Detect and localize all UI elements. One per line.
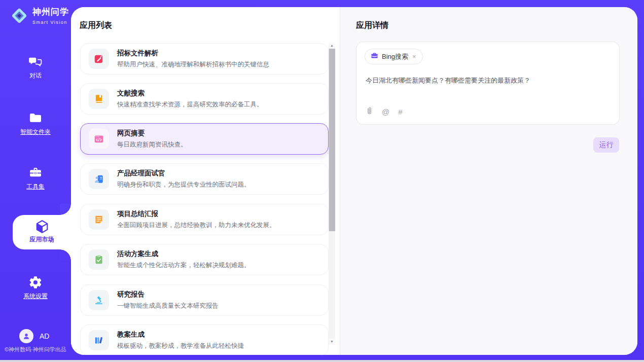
tool-chip-bing-search[interactable]: Bing搜索 × <box>365 49 423 64</box>
list-item-literature-search[interactable]: 文献搜索 快速精准查找学术资源，提高研究效率的必备工具。 <box>80 83 329 115</box>
note-icon <box>89 209 109 230</box>
query-card[interactable]: Bing搜索 × 今日湖北有哪些新闻要点？有哪些需要关注的最新政策？ @ # <box>356 42 620 125</box>
bubble-notch-bottom <box>60 249 71 261</box>
list-item-event-plan[interactable]: 活动方案生成 智能生成个性化活动方案，轻松解决规划难题。 <box>80 244 329 275</box>
browser-code-icon <box>89 129 109 149</box>
main-content: 应用列表 招标文件解析 帮助用户快速、准确地理解和解析招标书中的关键信息 <box>71 7 637 355</box>
brand-subtitle: Smart Vision <box>32 20 67 25</box>
app-desc: 智能生成个性化活动方案，轻松解决规划难题。 <box>117 261 251 270</box>
list-item-bid-parse[interactable]: 招标文件解析 帮助用户快速、准确地理解和解析招标书中的关键信息 <box>80 43 329 75</box>
sidebar-item-toolset[interactable]: 工具集 <box>0 166 71 191</box>
toolbox-icon <box>0 166 71 180</box>
list-item-pm-interviewer[interactable]: 产品经理面试官 明确身份和职责，为您提供专业性的面试问题。 <box>80 163 329 195</box>
scrollbar-thumb[interactable] <box>329 49 335 231</box>
sidebar-item-label: 应用市场 <box>13 235 71 244</box>
app-desc: 每日政府新闻资讯快查。 <box>117 140 187 149</box>
brand-logo: 神州问学 Smart Vision <box>9 6 71 28</box>
window-bottom-edge <box>0 360 644 362</box>
book-icon <box>89 89 109 109</box>
sidebar-item-label: 系统设置 <box>0 292 71 301</box>
app-name: 活动方案生成 <box>117 249 251 259</box>
books-icon <box>89 330 109 350</box>
microscope-icon <box>89 290 109 310</box>
app-desc: 帮助用户快速、准确地理解和解析招标书中的关键信息 <box>117 60 269 69</box>
close-icon[interactable]: × <box>412 53 417 60</box>
app-desc: 明确身份和职责，为您提供专业性的面试问题。 <box>117 180 251 189</box>
briefcase-icon <box>371 52 378 61</box>
app-detail-panel: 应用详情 Bing搜索 × 今日湖北有哪些新闻要点？有哪些需要关注的最新政策？ <box>340 7 637 355</box>
app-desc: 模板驱动，教案秒成，教学准备从此轻松快捷 <box>117 342 244 350</box>
app-desc: 快速精准查找学术资源，提高研究效率的必备工具。 <box>117 100 263 109</box>
folder-icon <box>0 111 71 125</box>
bubble-notch-top <box>60 204 71 215</box>
mention-icon[interactable]: @ <box>382 107 389 116</box>
sidebar-item-label: 对话 <box>0 71 71 80</box>
copyright-footer: ©神州数码·神州问学出品 <box>5 346 66 353</box>
app-window: 神州问学 Smart Vision 对话 智能文件夹 <box>0 0 644 362</box>
sidebar-item-chat[interactable]: 对话 <box>0 55 71 80</box>
list-scrollbar[interactable]: ▲ ▼ <box>329 43 335 345</box>
pen-document-icon <box>89 49 109 69</box>
cube-icon <box>13 219 71 234</box>
interviewer-icon <box>89 169 109 189</box>
app-name: 网页摘要 <box>117 129 187 138</box>
scroll-down-arrow[interactable]: ▼ <box>329 339 335 345</box>
app-name: 项目总结汇报 <box>117 209 276 219</box>
tool-chip-label: Bing搜索 <box>382 52 408 61</box>
sidebar-item-app-market[interactable]: 应用市场 <box>13 215 71 249</box>
list-item-project-summary[interactable]: 项目总结汇报 全面回顾项目进展，总结经验教训，助力未来优化发展。 <box>80 204 329 235</box>
attachment-toolbar: @ # <box>366 106 403 117</box>
user-name: AD <box>40 332 49 340</box>
user-account[interactable]: AD <box>19 329 49 343</box>
sidebar-item-label: 智能文件夹 <box>0 128 71 136</box>
app-desc: 全面回顾项目进展，总结经验教训，助力未来优化发展。 <box>117 221 276 230</box>
app-name: 教案生成 <box>117 330 244 339</box>
sidebar-item-settings[interactable]: 系统设置 <box>0 275 71 301</box>
avatar <box>19 329 33 343</box>
app-name: 研究报告 <box>117 290 219 299</box>
app-desc: 一键智能生成高质量长文本研究报告 <box>117 302 219 310</box>
hash-icon[interactable]: # <box>398 107 402 116</box>
clipboard-check-icon <box>89 249 109 270</box>
sidebar-item-smart-folder[interactable]: 智能文件夹 <box>0 111 71 136</box>
run-button[interactable]: 运行 <box>593 137 619 153</box>
query-text[interactable]: 今日湖北有哪些新闻要点？有哪些需要关注的最新政策？ <box>366 76 609 86</box>
paperclip-icon[interactable] <box>366 106 373 117</box>
brand-name: 神州问学 <box>32 7 69 17</box>
app-list-panel: 应用列表 招标文件解析 帮助用户快速、准确地理解和解析招标书中的关键信息 <box>71 7 340 355</box>
gear-icon <box>0 275 71 289</box>
app-name: 文献搜索 <box>117 89 263 98</box>
list-item-webpage-summary[interactable]: 网页摘要 每日政府新闻资讯快查。 <box>80 123 329 155</box>
sidebar-item-label: 工具集 <box>0 183 71 191</box>
app-list-title: 应用列表 <box>80 20 112 31</box>
scroll-up-arrow[interactable]: ▲ <box>329 43 335 49</box>
app-detail-title: 应用详情 <box>356 20 388 31</box>
app-name: 产品经理面试官 <box>117 169 251 178</box>
list-item-research-report[interactable]: 研究报告 一键智能生成高质量长文本研究报告 <box>80 284 329 316</box>
app-name: 招标文件解析 <box>117 49 269 58</box>
list-item-lesson-plan[interactable]: 教案生成 模板驱动，教案秒成，教学准备从此轻松快捷 <box>80 324 329 355</box>
chat-icon <box>0 55 71 69</box>
diamond-logo-icon <box>9 6 29 28</box>
sidebar: 神州问学 Smart Vision 对话 智能文件夹 <box>0 0 71 360</box>
